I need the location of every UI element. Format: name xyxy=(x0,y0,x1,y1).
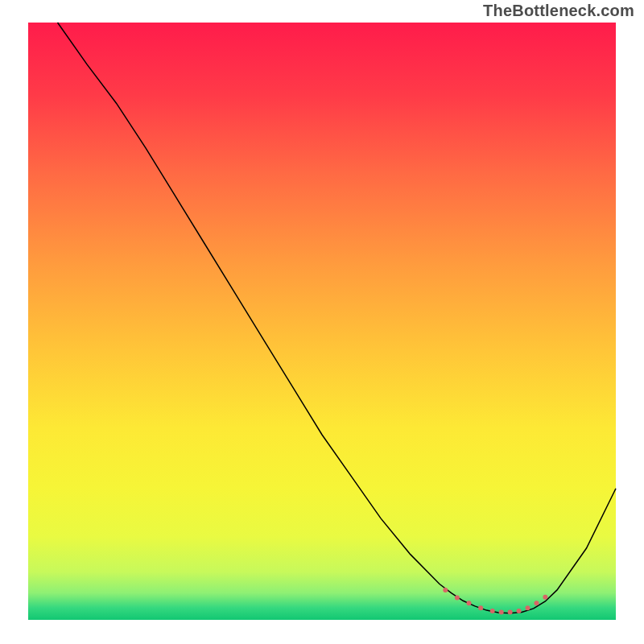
bottleneck-dot xyxy=(478,605,483,610)
bottleneck-dot xyxy=(535,601,539,605)
bottleneck-dot xyxy=(508,609,513,614)
bottleneck-dot xyxy=(517,609,522,613)
bottleneck-dot xyxy=(443,588,448,592)
bottleneck-chart xyxy=(0,0,644,644)
bottleneck-dot xyxy=(526,605,530,610)
bottleneck-dot xyxy=(455,596,460,601)
chart-gradient-bg xyxy=(28,23,616,620)
bottleneck-dot xyxy=(490,609,495,613)
brand-watermark: TheBottleneck.com xyxy=(483,2,634,20)
bottleneck-dot xyxy=(543,595,547,600)
bottleneck-dot xyxy=(467,601,472,605)
bottleneck-dot xyxy=(499,609,504,614)
